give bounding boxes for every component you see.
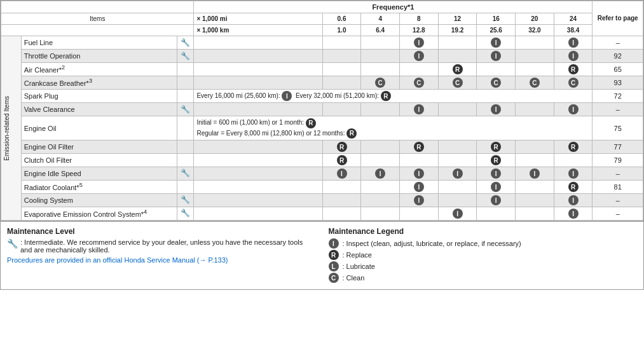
wrench-cell: 🔧 [177,50,194,63]
cell-4: I [361,167,400,181]
legend-text-R: : Replace [343,251,372,259]
table-row: Engine Idle Speed 🔧 I I I I I I I – [1,167,643,181]
cell-8: I [400,194,439,207]
cell-4 [361,63,400,76]
level-item-1: 🔧 : Intermediate. We recommend service b… [7,238,316,254]
freq-16: 16 [477,13,516,25]
item-name: Crankcase Breather*3 [21,76,177,90]
cell-4 [361,154,400,167]
cell-24: R [554,63,593,76]
cell-8: I [400,181,439,194]
cell-06 [322,50,361,63]
wrench-cell [177,116,194,140]
item-name: Cooling System [21,194,177,207]
refer-val: – [593,194,643,207]
note-cell [194,140,322,154]
cell-24: I [554,50,593,63]
freq-384: 38.4 [554,25,593,36]
freq-20: 20 [516,13,554,25]
item-name: Evaporative Emission Control System*4 [21,207,177,221]
maintenance-legend-section: Maintenance Legend I : Inspect (clean, a… [329,227,638,284]
header-row-1: Frequency*1 Refer to page [1,1,643,13]
item-name: Engine Idle Speed [21,167,177,181]
km-label: × 1,000 km [194,25,322,36]
wrench-cell: 🔧 [177,194,194,207]
cell-06 [322,63,361,76]
refer-val: – [593,36,643,50]
legend-text-I: : Inspect (clean, adjust, lubricate, or … [343,240,521,247]
cell-8: I [400,36,439,50]
cell-16: I [477,167,516,181]
cell-20 [516,207,554,221]
table-row: Emission-related Items Fuel Line 🔧 I I I… [1,36,643,50]
refer-val: 72 [593,90,643,103]
wrench-cell [177,154,194,167]
refer-header: Refer to page [593,1,643,36]
cell-06: R [322,154,361,167]
table-row: Engine Oil Filter R R R R 77 [1,140,643,154]
item-name: Engine Oil [21,116,177,140]
freq-10: 1.0 [322,25,361,36]
item-name: Fuel Line [21,36,177,50]
refer-val: 81 [593,181,643,194]
cell-24: I [554,194,593,207]
note-cell [194,36,322,50]
legend-R: R : Replace [329,250,638,260]
freq-8: 8 [400,13,439,25]
cell-12: R [438,63,477,76]
cell-16: I [477,103,516,116]
cell-06: R [322,140,361,154]
cell-06: I [322,167,361,181]
freq-24: 24 [554,13,593,25]
wrench-cell [177,76,194,90]
refer-val: – [593,207,643,221]
items-header [1,1,194,13]
note-cell [194,154,322,167]
cell-16 [477,207,516,221]
cell-20 [516,103,554,116]
refer-val: – [593,167,643,181]
legend-icon-L: L [329,261,339,271]
freq-12: 12 [438,13,477,25]
item-name: Throttle Operation [21,50,177,63]
wrench-cell [177,63,194,76]
item-name: Valve Clearance [21,103,177,116]
wrench-cell: 🔧 [177,36,194,50]
cell-4 [361,50,400,63]
table-row: Throttle Operation 🔧 I I I 92 [1,50,643,63]
legend-icon-I: I [329,238,339,249]
cell-20 [516,36,554,50]
table-row: Radiator Coolant*5 I I R 81 [1,181,643,194]
refer-val: 79 [593,154,643,167]
cell-8: I [400,50,439,63]
cell-8: R [400,140,439,154]
cell-20: C [516,76,554,90]
cell-16 [477,63,516,76]
note-cell [194,50,322,63]
cell-12 [438,36,477,50]
spark-plug-note: Every 16,000 mi (25,600 km): I Every 32,… [194,90,593,103]
cell-20 [516,194,554,207]
cell-4 [361,194,400,207]
honda-service-link[interactable]: Procedures are provided in an official H… [7,256,228,264]
cell-12 [438,140,477,154]
cell-06 [322,181,361,194]
cell-12: C [438,76,477,90]
cell-20 [516,154,554,167]
wrench-cell [177,181,194,194]
note-cell [194,194,322,207]
cell-24: I [554,103,593,116]
cell-8: C [400,76,439,90]
cell-24: R [554,140,593,154]
footer-section: Maintenance Level 🔧 : Intermediate. We r… [1,221,643,289]
items-label: Items [1,13,194,25]
freq-4: 4 [361,13,400,25]
cell-8: I [400,167,439,181]
cell-16: C [477,76,516,90]
cell-16: I [477,50,516,63]
note-cell [194,207,322,221]
table-row: Clutch Oil Filter R R 79 [1,154,643,167]
freq-06: 0.6 [322,13,361,25]
freq-256: 25.6 [477,25,516,36]
wrench-cell: 🔧 [177,207,194,221]
